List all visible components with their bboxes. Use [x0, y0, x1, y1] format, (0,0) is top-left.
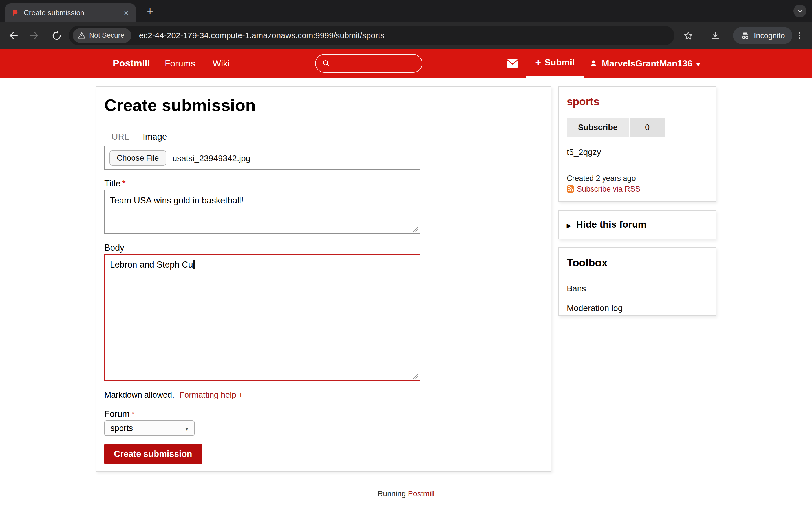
tab-search-icon[interactable]	[794, 4, 806, 17]
forum-created-label: Created 2 years ago	[567, 174, 636, 182]
hide-forum-toggle[interactable]: Hide this forum	[559, 211, 716, 239]
forum-id-label: t5_2qgzy	[567, 147, 601, 157]
required-marker: *	[132, 409, 135, 418]
toolbox-title: Toolbox	[567, 257, 608, 269]
forum-info-card: sports Subscribe 0 t5_2qgzy Created 2 ye…	[558, 86, 716, 202]
title-input[interactable]: Team USA wins gold in basketball!	[104, 190, 420, 234]
divider	[567, 166, 708, 166]
title-label: Title*	[104, 179, 126, 189]
menu-kebab-icon[interactable]	[791, 26, 809, 45]
tab-close-icon[interactable]	[121, 8, 132, 18]
bookmark-star-icon[interactable]	[679, 26, 697, 45]
subscribe-controls: Subscribe 0	[567, 118, 665, 137]
download-icon[interactable]	[706, 26, 724, 45]
page-footer: Running Postmill	[0, 490, 812, 498]
tab-image[interactable]: Image	[143, 132, 167, 142]
required-marker: *	[122, 179, 125, 188]
page-body: Create submission URL Image Choose File …	[0, 78, 812, 507]
nav-forums[interactable]: Forums	[165, 49, 195, 78]
messages-icon[interactable]	[504, 49, 521, 78]
body-label: Body	[104, 243, 124, 253]
warning-icon	[78, 32, 86, 40]
incognito-icon	[741, 31, 750, 40]
address-bar[interactable]: Not Secure ec2-44-202-179-34.compute-1.a…	[69, 26, 674, 45]
toolbox-item-moderation-log[interactable]: Moderation log	[567, 303, 622, 313]
incognito-label: Incognito	[754, 31, 785, 40]
brand-link[interactable]: Postmill	[113, 49, 150, 78]
incognito-badge: Incognito	[733, 27, 792, 44]
resize-grip-icon[interactable]	[413, 226, 418, 232]
choose-file-button[interactable]: Choose File	[109, 150, 166, 165]
select-chevron-icon	[185, 424, 188, 433]
forum-select[interactable]: sports	[104, 420, 195, 436]
new-tab-icon[interactable]	[143, 4, 157, 18]
screen: Create submission Not Secure	[0, 0, 812, 507]
search-input[interactable]	[335, 59, 414, 68]
markdown-note: Markdown allowed. Formatting help +	[104, 390, 243, 399]
formatting-help-link[interactable]: Formatting help +	[179, 390, 243, 399]
page-title: Create submission	[104, 96, 256, 115]
browser-tab[interactable]: Create submission	[5, 3, 136, 22]
forum-name-link[interactable]: sports	[567, 96, 599, 108]
image-file-field: Choose File usatsi_23949342.jpg	[104, 146, 420, 170]
toolbox-card: Toolbox Bans Moderation log	[558, 247, 716, 316]
rss-icon	[567, 185, 574, 193]
forward-icon[interactable]	[26, 26, 43, 45]
toolbox-item-bans[interactable]: Bans	[567, 283, 586, 293]
create-submission-card: Create submission URL Image Choose File …	[96, 86, 552, 471]
body-input[interactable]: Lebron and Steph Cu	[104, 254, 420, 381]
postmill-footer-link[interactable]: Postmill	[408, 490, 435, 498]
create-submission-button[interactable]: Create submission	[104, 444, 202, 464]
forum-label: Forum*	[104, 409, 135, 419]
text-cursor	[194, 260, 195, 269]
not-secure-chip[interactable]: Not Secure	[73, 28, 131, 43]
nav-submit[interactable]: + Submit	[526, 49, 584, 78]
back-icon[interactable]	[4, 26, 22, 45]
tab-title: Create submission	[24, 8, 121, 17]
postmill-favicon-icon	[12, 9, 19, 16]
tab-url[interactable]: URL	[112, 132, 129, 142]
resize-grip-icon[interactable]	[413, 374, 418, 379]
subscriber-count: 0	[630, 118, 665, 137]
rss-subscribe-link[interactable]: Subscribe via RSS	[567, 185, 640, 193]
triangle-right-icon	[567, 219, 571, 230]
hide-forum-card: Hide this forum	[558, 210, 716, 239]
submit-nav-label: Submit	[545, 57, 575, 68]
file-name-label: usatsi_23949342.jpg	[172, 153, 250, 163]
url-text: ec2-44-202-179-34.compute-1.amazonaws.co…	[139, 31, 384, 40]
reload-icon[interactable]	[47, 26, 65, 45]
media-type-tabs: URL Image	[112, 132, 167, 142]
running-label: Running	[377, 490, 406, 498]
search-bar[interactable]	[315, 54, 422, 73]
not-secure-label: Not Secure	[89, 32, 124, 40]
plus-icon: +	[535, 57, 541, 68]
nav-wiki[interactable]: Wiki	[213, 49, 230, 78]
chevron-down-icon	[696, 58, 700, 68]
site-header: Postmill Forums Wiki + Submit MarvelsGra…	[0, 49, 812, 78]
browser-toolbar: Not Secure ec2-44-202-179-34.compute-1.a…	[0, 22, 812, 49]
user-icon	[589, 59, 598, 68]
user-menu[interactable]: MarvelsGrantMan136	[589, 49, 700, 78]
subscribe-button[interactable]: Subscribe	[567, 118, 629, 137]
username-label: MarvelsGrantMan136	[602, 58, 693, 68]
browser-tab-strip: Create submission	[0, 0, 812, 22]
search-icon	[322, 59, 331, 68]
